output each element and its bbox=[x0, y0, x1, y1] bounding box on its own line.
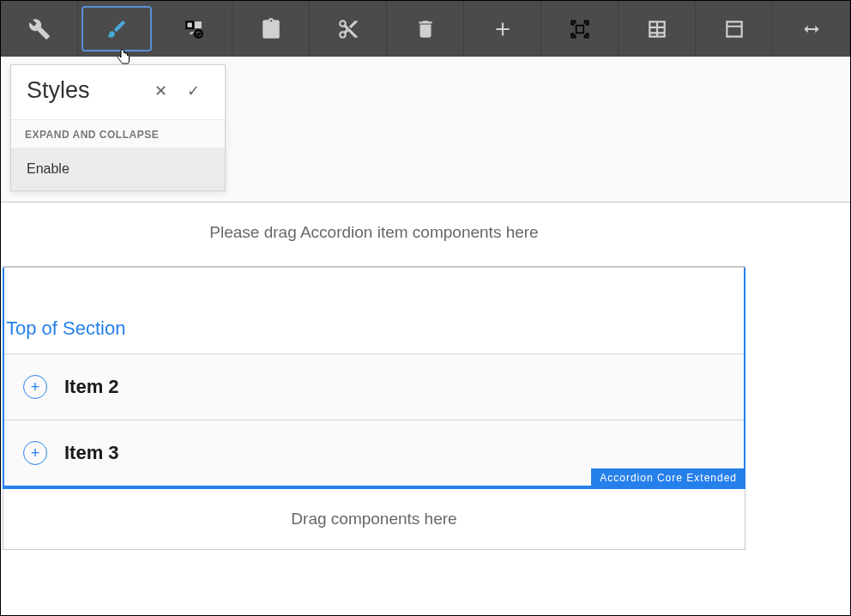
panel-button[interactable] bbox=[696, 1, 773, 57]
delete-button[interactable] bbox=[387, 1, 464, 57]
accordion-section[interactable]: Top of Section + Item 2 + Item 3 Accordi… bbox=[3, 268, 745, 486]
wrench-button[interactable] bbox=[1, 1, 78, 57]
accordion-item[interactable]: + Item 2 bbox=[4, 353, 744, 420]
close-icon: ✕ bbox=[154, 82, 167, 100]
group-button[interactable] bbox=[541, 1, 619, 57]
add-icon bbox=[492, 18, 514, 40]
expand-horizontal-icon bbox=[800, 18, 823, 40]
add-button[interactable] bbox=[464, 1, 541, 57]
styles-popup: Styles ✕ ✓ EXPAND AND COLLAPSE Enable bbox=[10, 64, 226, 191]
apply-button[interactable]: ✓ bbox=[177, 82, 209, 100]
group-icon bbox=[569, 18, 591, 40]
drop-zone-generic[interactable]: Drag components here bbox=[3, 489, 745, 550]
cut-icon bbox=[337, 18, 359, 40]
close-button[interactable]: ✕ bbox=[144, 82, 177, 100]
component-icon bbox=[183, 18, 205, 40]
delete-icon bbox=[414, 18, 437, 40]
styles-option-enable[interactable]: Enable bbox=[11, 148, 225, 190]
styles-header: Styles ✕ ✓ bbox=[11, 65, 225, 119]
table-button[interactable] bbox=[619, 1, 696, 57]
brush-button[interactable] bbox=[81, 6, 152, 51]
accordion-item-label: Item 2 bbox=[64, 376, 119, 398]
paste-button[interactable] bbox=[232, 1, 310, 57]
wrench-icon bbox=[28, 18, 51, 40]
toolbar bbox=[1, 1, 850, 57]
cut-button[interactable] bbox=[310, 1, 387, 57]
component-button[interactable] bbox=[155, 1, 232, 57]
styles-section-header: EXPAND AND COLLAPSE bbox=[11, 119, 225, 148]
component-badge: Accordion Core Extended bbox=[591, 468, 745, 487]
section-title[interactable]: Top of Section bbox=[4, 268, 744, 353]
panel-icon bbox=[723, 18, 745, 40]
brush-icon bbox=[106, 18, 128, 40]
accordion-item-label: Item 3 bbox=[64, 442, 119, 464]
drop-zone-accordion[interactable]: Please drag Accordion item components he… bbox=[3, 202, 745, 268]
expand-button[interactable] bbox=[773, 1, 850, 57]
check-icon: ✓ bbox=[187, 82, 200, 100]
styles-title: Styles bbox=[27, 77, 144, 104]
paste-icon bbox=[260, 18, 282, 40]
plus-circle-icon[interactable]: + bbox=[23, 441, 47, 465]
table-icon bbox=[646, 18, 668, 40]
svg-rect-1 bbox=[195, 21, 202, 28]
plus-circle-icon[interactable]: + bbox=[23, 375, 47, 399]
